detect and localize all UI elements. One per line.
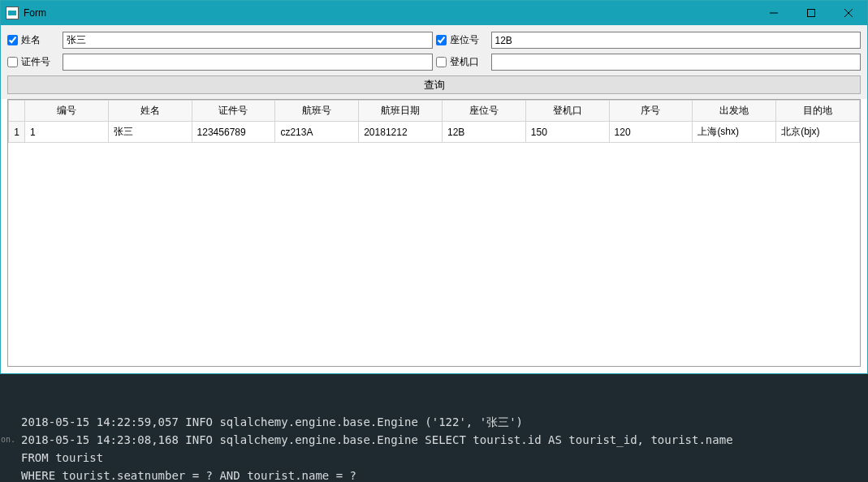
window-title: Form bbox=[24, 7, 46, 19]
idcard-checkbox[interactable] bbox=[7, 57, 18, 67]
minimize-icon bbox=[770, 9, 778, 17]
row-index: 1 bbox=[9, 122, 25, 143]
app-window: Form 姓名 座位号 证件号 bbox=[0, 0, 868, 374]
idcard-label: 证件号 bbox=[21, 55, 50, 69]
gate-input[interactable] bbox=[491, 54, 862, 71]
query-button[interactable]: 查询 bbox=[7, 75, 861, 94]
gate-label: 登机口 bbox=[450, 55, 479, 69]
filter-row-1: 姓名 座位号 bbox=[7, 32, 861, 49]
app-icon bbox=[6, 6, 19, 19]
table-header-row: 编号 姓名 证件号 航班号 航班日期 座位号 登机口 序号 出发地 目的地 bbox=[9, 101, 860, 122]
col-seq[interactable]: 序号 bbox=[609, 101, 693, 122]
col-seat[interactable]: 座位号 bbox=[442, 101, 525, 122]
table-row[interactable]: 1 1 张三 123456789 cz213A 20181212 12B 150… bbox=[9, 122, 860, 143]
minimize-button[interactable] bbox=[755, 1, 792, 25]
col-gate[interactable]: 登机口 bbox=[525, 101, 609, 122]
cell-gate[interactable]: 150 bbox=[525, 122, 609, 143]
col-name[interactable]: 姓名 bbox=[108, 101, 192, 122]
col-flight[interactable]: 航班号 bbox=[275, 101, 359, 122]
svg-rect-1 bbox=[808, 10, 815, 17]
idcard-input[interactable] bbox=[63, 54, 433, 71]
close-icon bbox=[844, 9, 853, 17]
maximize-icon bbox=[807, 9, 815, 17]
gate-checkbox[interactable] bbox=[436, 57, 447, 67]
seat-input[interactable] bbox=[491, 32, 862, 49]
results-grid[interactable]: 编号 姓名 证件号 航班号 航班日期 座位号 登机口 序号 出发地 目的地 1 … bbox=[7, 99, 861, 367]
cell-date[interactable]: 20181212 bbox=[359, 122, 443, 143]
terminal-line: 2018-05-15 14:23:08,168 INFO sqlalchemy.… bbox=[21, 433, 733, 446]
terminal-gutter: on. bbox=[0, 374, 16, 482]
seat-checkbox[interactable] bbox=[436, 35, 447, 45]
results-table: 编号 姓名 证件号 航班号 航班日期 座位号 登机口 序号 出发地 目的地 1 … bbox=[8, 100, 860, 143]
close-button[interactable] bbox=[830, 1, 867, 25]
maximize-button[interactable] bbox=[792, 1, 830, 25]
cell-name[interactable]: 张三 bbox=[108, 122, 192, 143]
gate-check-cell: 登机口 bbox=[436, 55, 488, 69]
col-from[interactable]: 出发地 bbox=[693, 101, 776, 122]
row-header-blank bbox=[9, 101, 25, 122]
name-checkbox[interactable] bbox=[7, 35, 18, 45]
title-bar[interactable]: Form bbox=[1, 1, 867, 25]
filter-panel: 姓名 座位号 证件号 登机口 查询 bbox=[1, 25, 867, 99]
name-input[interactable] bbox=[63, 32, 433, 49]
col-date[interactable]: 航班日期 bbox=[359, 101, 443, 122]
col-to[interactable]: 目的地 bbox=[776, 101, 860, 122]
seat-check-cell: 座位号 bbox=[436, 33, 488, 47]
col-idcard[interactable]: 证件号 bbox=[192, 101, 275, 122]
seat-label: 座位号 bbox=[450, 33, 479, 47]
filter-row-2: 证件号 登机口 bbox=[7, 54, 861, 71]
terminal-line: FROM tourist bbox=[21, 451, 103, 464]
terminal-line: 2018-05-15 14:22:59,057 INFO sqlalchemy.… bbox=[21, 415, 523, 428]
terminal-line: WHERE tourist.seatnumber = ? AND tourist… bbox=[21, 469, 356, 482]
cell-seq[interactable]: 120 bbox=[609, 122, 693, 143]
cell-from[interactable]: 上海(shx) bbox=[693, 122, 776, 143]
cell-seat[interactable]: 12B bbox=[442, 122, 525, 143]
cell-flight[interactable]: cz213A bbox=[275, 122, 359, 143]
cell-id[interactable]: 1 bbox=[25, 122, 109, 143]
terminal-output[interactable]: on. 2018-05-15 14:22:59,057 INFO sqlalch… bbox=[0, 374, 868, 482]
col-id[interactable]: 编号 bbox=[25, 101, 109, 122]
name-check-cell: 姓名 bbox=[7, 33, 59, 47]
name-label: 姓名 bbox=[21, 33, 41, 47]
cell-idcard[interactable]: 123456789 bbox=[192, 122, 275, 143]
cell-to[interactable]: 北京(bjx) bbox=[776, 122, 860, 143]
idcard-check-cell: 证件号 bbox=[7, 55, 59, 69]
